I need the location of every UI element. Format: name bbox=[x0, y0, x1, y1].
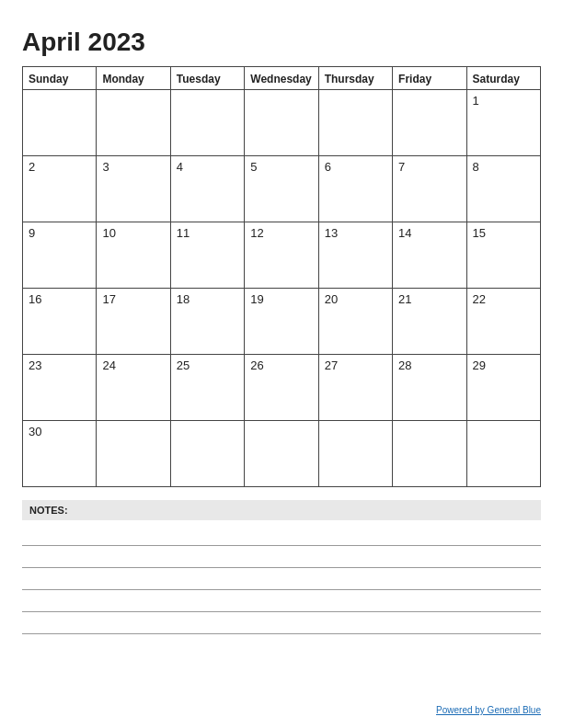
calendar-cell: 3 bbox=[97, 156, 170, 222]
calendar-cell: 15 bbox=[466, 222, 540, 289]
powered-by-link[interactable]: Powered by General Blue bbox=[436, 705, 541, 715]
calendar-cell: 6 bbox=[318, 156, 392, 222]
calendar-cell bbox=[393, 421, 466, 487]
calendar-cell: 9 bbox=[23, 222, 97, 289]
calendar-cell: 25 bbox=[170, 355, 244, 421]
day-number: 22 bbox=[473, 292, 486, 306]
calendar-cell bbox=[245, 90, 318, 156]
day-number: 8 bbox=[473, 160, 479, 174]
day-number: 4 bbox=[177, 160, 183, 174]
header-monday: Monday bbox=[97, 67, 170, 90]
notes-label: NOTES: bbox=[22, 500, 541, 520]
day-number: 17 bbox=[102, 292, 115, 306]
calendar-week-row: 2345678 bbox=[23, 156, 541, 222]
calendar-cell: 29 bbox=[466, 355, 540, 421]
calendar-cell: 24 bbox=[97, 355, 170, 421]
day-number: 9 bbox=[29, 226, 35, 240]
calendar-week-row: 9101112131415 bbox=[23, 222, 541, 289]
header-friday: Friday bbox=[393, 67, 466, 90]
notes-line-3 bbox=[22, 570, 541, 590]
notes-section: NOTES: bbox=[22, 500, 541, 634]
day-number: 14 bbox=[398, 226, 411, 240]
day-number: 24 bbox=[102, 358, 115, 372]
calendar-cell: 26 bbox=[245, 355, 318, 421]
day-number: 10 bbox=[102, 226, 115, 240]
calendar-week-row: 16171819202122 bbox=[23, 289, 541, 355]
calendar-cell bbox=[393, 90, 466, 156]
day-number: 27 bbox=[325, 358, 338, 372]
day-number: 20 bbox=[325, 292, 338, 306]
calendar-cell: 5 bbox=[245, 156, 318, 222]
calendar-cell: 17 bbox=[97, 289, 170, 355]
day-number: 23 bbox=[29, 358, 41, 372]
day-number: 29 bbox=[473, 358, 486, 372]
notes-line-4 bbox=[22, 592, 541, 612]
calendar-week-row: 30 bbox=[23, 421, 541, 487]
calendar-cell bbox=[170, 90, 244, 156]
day-number: 12 bbox=[250, 226, 263, 240]
calendar-cell: 7 bbox=[393, 156, 466, 222]
calendar-cell: 27 bbox=[318, 355, 392, 421]
calendar-week-row: 1 bbox=[23, 90, 541, 156]
day-number: 18 bbox=[177, 292, 190, 306]
calendar-cell bbox=[170, 421, 244, 487]
calendar-cell: 12 bbox=[245, 222, 318, 289]
notes-lines bbox=[22, 526, 541, 634]
day-number: 13 bbox=[325, 226, 338, 240]
calendar-cell: 18 bbox=[170, 289, 244, 355]
calendar-cell: 23 bbox=[23, 355, 97, 421]
day-number: 7 bbox=[398, 160, 405, 174]
page-title: April 2023 bbox=[22, 28, 541, 57]
header-sunday: Sunday bbox=[23, 67, 97, 90]
notes-line-5 bbox=[22, 614, 541, 634]
day-number: 26 bbox=[250, 358, 263, 372]
header-wednesday: Wednesday bbox=[245, 67, 318, 90]
day-number: 2 bbox=[29, 160, 35, 174]
calendar-cell: 4 bbox=[170, 156, 244, 222]
calendar-cell: 19 bbox=[245, 289, 318, 355]
notes-line-2 bbox=[22, 548, 541, 568]
calendar-cell: 8 bbox=[466, 156, 540, 222]
day-number: 5 bbox=[250, 160, 257, 174]
calendar-cell bbox=[318, 90, 392, 156]
header-thursday: Thursday bbox=[318, 67, 392, 90]
day-number: 3 bbox=[102, 160, 109, 174]
calendar-body: 1234567891011121314151617181920212223242… bbox=[23, 90, 541, 487]
calendar-cell bbox=[318, 421, 392, 487]
calendar-cell: 20 bbox=[318, 289, 392, 355]
calendar-week-row: 23242526272829 bbox=[23, 355, 541, 421]
calendar-cell: 11 bbox=[170, 222, 244, 289]
calendar-cell: 16 bbox=[23, 289, 97, 355]
calendar-cell: 21 bbox=[393, 289, 466, 355]
calendar-cell: 2 bbox=[23, 156, 97, 222]
calendar-cell: 30 bbox=[23, 421, 97, 487]
calendar-cell bbox=[97, 90, 170, 156]
header-tuesday: Tuesday bbox=[170, 67, 244, 90]
calendar-cell: 13 bbox=[318, 222, 392, 289]
calendar-cell: 22 bbox=[466, 289, 540, 355]
day-number: 1 bbox=[473, 94, 479, 108]
day-number: 28 bbox=[398, 358, 411, 372]
notes-line-1 bbox=[22, 526, 541, 546]
day-number: 25 bbox=[177, 358, 190, 372]
calendar-cell: 1 bbox=[466, 90, 540, 156]
day-number: 11 bbox=[177, 226, 190, 240]
calendar-cell bbox=[23, 90, 97, 156]
calendar-cell bbox=[245, 421, 318, 487]
calendar-cell: 10 bbox=[97, 222, 170, 289]
day-number: 19 bbox=[250, 292, 263, 306]
header-saturday: Saturday bbox=[466, 67, 540, 90]
day-number: 30 bbox=[29, 425, 41, 438]
calendar-header-row: Sunday Monday Tuesday Wednesday Thursday… bbox=[23, 67, 541, 90]
day-number: 16 bbox=[29, 292, 41, 306]
calendar-table: Sunday Monday Tuesday Wednesday Thursday… bbox=[22, 66, 541, 487]
calendar-cell: 14 bbox=[393, 222, 466, 289]
calendar-cell bbox=[97, 421, 170, 487]
calendar-cell bbox=[466, 421, 540, 487]
day-number: 21 bbox=[398, 292, 411, 306]
day-number: 6 bbox=[325, 160, 331, 174]
calendar-cell: 28 bbox=[393, 355, 466, 421]
day-number: 15 bbox=[473, 226, 486, 240]
